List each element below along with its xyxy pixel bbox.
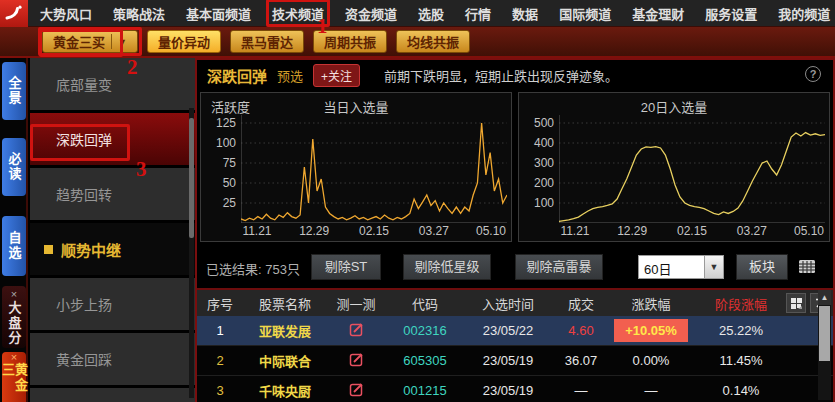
column-header-入选时间[interactable]: 入选时间 (465, 294, 551, 313)
sidebar-item-label: 黄金回踩 (56, 349, 112, 369)
table-scrollbar[interactable]: ▲ (818, 290, 831, 400)
table-scrollbar-thumb[interactable] (819, 306, 830, 361)
bullet-icon (44, 245, 53, 254)
filter-bar: 已选结果: 753只 剔除ST剔除低星级剔除高雷暴 60日 ▼ 板块 (197, 246, 833, 288)
sidebar-item-label: 底部量变 (56, 74, 112, 94)
sidebar-item-小步上扬[interactable]: 小步上扬 (30, 278, 195, 330)
nav-item-基金理财[interactable]: 基金理财 (632, 4, 684, 23)
20day-selection-chart: 20日入选量10020030040050011.2112.2902.1503.2… (518, 92, 830, 242)
toolbar-buttons: 黄金三买▼量价异动黑马雷达周期共振均线共振 (42, 30, 470, 53)
column-header-序号[interactable]: 序号 (197, 294, 243, 313)
nav-item-数据[interactable]: 数据 (512, 4, 538, 23)
sidebar-scrollbar-thumb[interactable] (189, 118, 194, 238)
sidebar-item-深跌回弹[interactable]: 深跌回弹 (30, 113, 195, 165)
edit-icon[interactable] (349, 382, 364, 400)
selection-date: 23/05/22 (465, 323, 551, 338)
stock-code: 002316 (385, 323, 465, 338)
edit-icon[interactable] (349, 322, 364, 340)
divider (111, 34, 112, 49)
sector-button[interactable]: 板块 (736, 254, 788, 280)
nav-item-资金频道[interactable]: 资金频道 (345, 4, 397, 23)
strategy-sidebar: 底部量变深跌回弹趋势回转顺势中继小步上扬黄金回踩周线上摆 (30, 58, 195, 402)
follow-button[interactable]: +关注 (313, 64, 360, 87)
table-body: 1亚联发展00231623/05/224.60+10.05%25.22%2中际联… (197, 316, 833, 402)
column-header-涨跌幅[interactable]: 涨跌幅 (611, 294, 691, 313)
top-nav: 大势风口策略战法基本面频道技术频道资金频道选股行情数据国际频道基金理财服务设置我… (0, 0, 835, 27)
nav-item-服务设置[interactable]: 服务设置 (705, 4, 757, 23)
side-tab-全景[interactable]: 全景 (2, 62, 26, 120)
sidebar-item-周线上摆[interactable]: 周线上摆 (30, 388, 195, 402)
sidebar-item-label: 深跌回弹 (56, 129, 112, 149)
side-tab-大盘分[interactable]: ×大盘分 (2, 286, 26, 348)
help-icon[interactable]: ? (805, 66, 821, 82)
toolbar-button-均线共振[interactable]: 均线共振 (396, 30, 470, 53)
filter-button-剔除ST[interactable]: 剔除ST (311, 254, 381, 280)
nav-item-我的频道[interactable]: 我的频道 (778, 4, 830, 23)
nav-item-选股[interactable]: 选股 (418, 4, 444, 23)
sidebar-item-趋势回转[interactable]: 趋势回转 (30, 168, 195, 220)
row-index: 2 (197, 353, 243, 368)
edit-cell (327, 352, 385, 370)
column-header-代码[interactable]: 代码 (385, 294, 465, 313)
column-header-股票名称[interactable]: 股票名称 (243, 294, 327, 313)
strategy-subtitle[interactable]: 预选 (277, 66, 303, 85)
nav-item-策略战法[interactable]: 策略战法 (113, 4, 165, 23)
chart-title-row: 20日入选量 (523, 95, 825, 115)
layout-grid-icon[interactable] (786, 293, 806, 313)
x-tick-label: 12.29 (617, 224, 647, 238)
toolbar-button-量价异动[interactable]: 量价异动 (147, 30, 221, 53)
edit-icon[interactable] (349, 352, 364, 370)
stock-name[interactable]: 中际联合 (243, 351, 327, 370)
side-tab-必读[interactable]: 必读 (2, 138, 26, 196)
y-tick-label: 125 (216, 116, 236, 130)
side-tab-黄金三[interactable]: ×黄金三 (2, 352, 26, 402)
y-tick-label: 25 (223, 196, 236, 210)
dropdown-arrow-icon[interactable]: ▼ (704, 256, 723, 278)
sidebar-item-label: 趋势回转 (56, 184, 112, 204)
strategy-header: 深跌回弹 预选 +关注 前期下跌明显，短期止跌出现反弹迹象。 ? (197, 60, 833, 90)
filter-button-剔除低星级[interactable]: 剔除低星级 (403, 254, 491, 280)
chevron-down-icon[interactable]: ▼ (118, 37, 127, 47)
close-icon[interactable]: × (11, 352, 17, 363)
toolbar-button-黄金三买[interactable]: 黄金三买▼ (42, 30, 138, 53)
toolbar-button-黑马雷达[interactable]: 黑马雷达 (230, 30, 304, 53)
column-header-阶段涨幅[interactable]: 阶段涨幅 (691, 294, 791, 313)
chart-plot (241, 115, 507, 223)
grid-view-icon[interactable] (797, 256, 819, 278)
strategy-toolbar: 黄金三买▼量价异动黑马雷达周期共振均线共振 (0, 27, 835, 58)
chart-title: 20日入选量 (523, 97, 825, 116)
table-row[interactable]: 3千味央厨00121523/05/19——0.14% (197, 376, 833, 402)
chart-title-row: 活跃度当日入选量 (205, 95, 507, 115)
x-tick-label: 02.15 (359, 224, 389, 238)
stage-change-percent: 0.14% (691, 383, 791, 398)
scroll-up-icon[interactable]: ▲ (818, 290, 831, 305)
nav-item-国际频道[interactable]: 国际频道 (559, 4, 611, 23)
stock-name[interactable]: 亚联发展 (243, 321, 327, 340)
side-tab-自选[interactable]: 自选 (2, 216, 26, 276)
nav-item-基本面频道[interactable]: 基本面频道 (186, 4, 251, 23)
sidebar-scrollbar[interactable] (189, 108, 194, 398)
stock-name[interactable]: 千味央厨 (243, 381, 327, 400)
column-header-测一测[interactable]: 测一测 (327, 294, 385, 313)
column-header-成交[interactable]: 成交 (551, 294, 611, 313)
toolbar-button-label: 黄金三买 (53, 32, 105, 51)
sidebar-item-底部量变[interactable]: 底部量变 (30, 58, 195, 110)
nav-item-行情[interactable]: 行情 (465, 4, 491, 23)
sidebar-item-黄金回踩[interactable]: 黄金回踩 (30, 333, 195, 385)
table-row[interactable]: 2中际联合60530523/05/1936.070.00%11.45% (197, 346, 833, 376)
table-row[interactable]: 1亚联发展00231623/05/224.60+10.05%25.22% (197, 316, 833, 346)
nav-item-大势风口[interactable]: 大势风口 (40, 4, 92, 23)
period-select[interactable]: 60日 ▼ (638, 255, 724, 279)
change-percent: +10.05% (611, 319, 691, 342)
chart-title: 当日入选量 (205, 97, 507, 116)
chart-plot (559, 115, 825, 223)
side-tab-label: 黄金三 (1, 363, 27, 402)
price: 36.07 (551, 353, 611, 368)
stock-code: 605305 (385, 353, 465, 368)
y-tick-label: 100 (534, 196, 554, 210)
close-icon[interactable]: × (11, 289, 17, 301)
period-select-value: 60日 (639, 256, 704, 278)
app-logo-icon[interactable] (0, 0, 28, 27)
sidebar-item-顺势中继[interactable]: 顺势中继 (30, 223, 195, 275)
filter-button-剔除高雷暴[interactable]: 剔除高雷暴 (515, 254, 603, 280)
